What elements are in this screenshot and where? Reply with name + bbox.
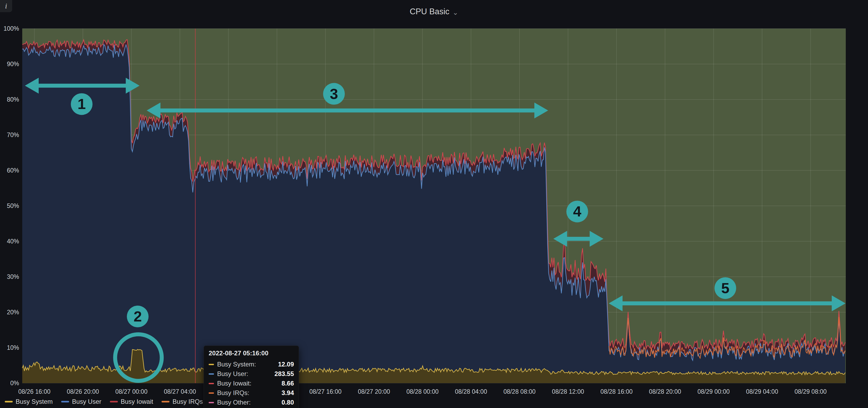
tooltip-timestamp: 2022-08-27 05:16:00 xyxy=(209,349,294,357)
series-color-dash-icon xyxy=(209,402,214,403)
legend-item-busy-user[interactable]: Busy User xyxy=(61,398,101,405)
callout-badge-number: 2 xyxy=(133,308,142,325)
tooltip-series-value: 0.80 xyxy=(281,399,294,406)
tooltip-row: Busy User:283.55 xyxy=(209,369,294,379)
legend-item-busy-irqs[interactable]: Busy IRQs xyxy=(161,398,203,405)
y-axis-label: 30% xyxy=(7,273,19,280)
y-axis-label: 80% xyxy=(7,96,19,103)
series-color-dash-icon xyxy=(209,373,214,375)
y-axis-label: 0% xyxy=(10,380,19,386)
y-axis-label: 100% xyxy=(3,25,19,32)
chart-legend: Busy SystemBusy UserBusy IowaitBusy IRQs xyxy=(5,398,203,405)
tooltip-row: Busy IRQs:3.94 xyxy=(209,388,294,398)
legend-swatch-icon xyxy=(61,401,69,402)
info-icon: i xyxy=(5,2,7,10)
x-axis-label: 08/27 16:00 xyxy=(309,388,342,395)
x-axis-label: 08/28 00:00 xyxy=(406,388,439,395)
legend-swatch-icon xyxy=(110,401,118,402)
y-axis-label: 90% xyxy=(7,61,19,67)
tooltip-series-label: Busy IRQs: xyxy=(217,389,249,397)
series-color-dash-icon xyxy=(209,364,214,365)
legend-label: Busy System xyxy=(16,398,53,405)
x-axis-label: 08/26 16:00 xyxy=(18,388,51,395)
legend-item-busy-iowait[interactable]: Busy Iowait xyxy=(110,398,153,405)
panel-info-icon[interactable]: i xyxy=(0,0,12,12)
legend-item-busy-system[interactable]: Busy System xyxy=(5,398,53,405)
x-axis-label: 08/26 20:00 xyxy=(67,388,99,395)
legend-label: Busy User xyxy=(72,398,101,405)
x-axis-label: 08/28 12:00 xyxy=(552,388,584,395)
tooltip-series-value: 3.94 xyxy=(281,389,294,397)
callout-badge-number: 4 xyxy=(573,203,581,219)
tooltip-series-label: Busy User: xyxy=(217,370,248,378)
x-axis-label: 08/27 04:00 xyxy=(164,388,196,395)
legend-label: Busy Iowait xyxy=(121,398,153,405)
x-axis-label: 08/28 16:00 xyxy=(600,388,633,395)
panel-header: CPU Basic ⌄ xyxy=(0,0,868,23)
x-axis-label: 08/29 00:00 xyxy=(698,388,730,395)
x-axis-label: 08/28 08:00 xyxy=(503,388,536,395)
panel-title[interactable]: CPU Basic ⌄ xyxy=(410,7,458,17)
series-color-dash-icon xyxy=(209,393,214,394)
grafana-cpu-panel: i CPU Basic ⌄ 0%10%20%30%40%50%60%70%80%… xyxy=(0,0,868,408)
y-axis-label: 70% xyxy=(7,132,19,138)
tooltip-row: Busy Iowait:8.66 xyxy=(209,379,294,388)
tooltip-series-value: 283.55 xyxy=(275,370,294,378)
callout-badge-number: 5 xyxy=(721,280,730,296)
panel-title-text: CPU Basic xyxy=(410,7,450,16)
y-axis-label: 40% xyxy=(7,238,19,245)
tooltip-series-label: Busy Other: xyxy=(217,399,251,406)
callout-badge-number: 1 xyxy=(78,96,86,112)
x-axis-label: 08/27 20:00 xyxy=(358,388,390,395)
y-axis-label: 60% xyxy=(7,167,19,174)
legend-label: Busy IRQs xyxy=(173,398,203,405)
tooltip-row: Busy Other:0.80 xyxy=(209,398,294,407)
y-axis-label: 10% xyxy=(7,344,19,351)
cpu-usage-chart[interactable]: 0%10%20%30%40%50%60%70%80%90%100%08/26 1… xyxy=(0,0,868,408)
x-axis-label: 08/28 04:00 xyxy=(455,388,487,395)
series-color-dash-icon xyxy=(209,383,214,384)
tooltip-series-value: 8.66 xyxy=(281,380,294,387)
tooltip-series-value: 12.09 xyxy=(278,361,294,368)
x-axis-label: 08/27 00:00 xyxy=(115,388,148,395)
chart-tooltip: 2022-08-27 05:16:00 Busy System:12.09Bus… xyxy=(204,346,299,408)
tooltip-row: Busy System:12.09 xyxy=(209,360,294,369)
tooltip-series-label: Busy Iowait: xyxy=(217,380,251,387)
tooltip-series-label: Busy System: xyxy=(217,361,256,368)
x-axis-label: 08/29 08:00 xyxy=(795,388,827,395)
x-axis-label: 08/29 04:00 xyxy=(746,388,778,395)
legend-swatch-icon xyxy=(5,401,13,402)
tooltip-rows: Busy System:12.09Busy User:283.55Busy Io… xyxy=(209,360,294,407)
y-axis-label: 50% xyxy=(7,202,19,209)
y-axis-label: 20% xyxy=(7,309,19,316)
x-axis-label: 08/28 20:00 xyxy=(649,388,681,395)
legend-swatch-icon xyxy=(161,401,169,402)
chevron-down-icon: ⌄ xyxy=(453,8,458,17)
callout-badge-number: 3 xyxy=(330,86,338,102)
